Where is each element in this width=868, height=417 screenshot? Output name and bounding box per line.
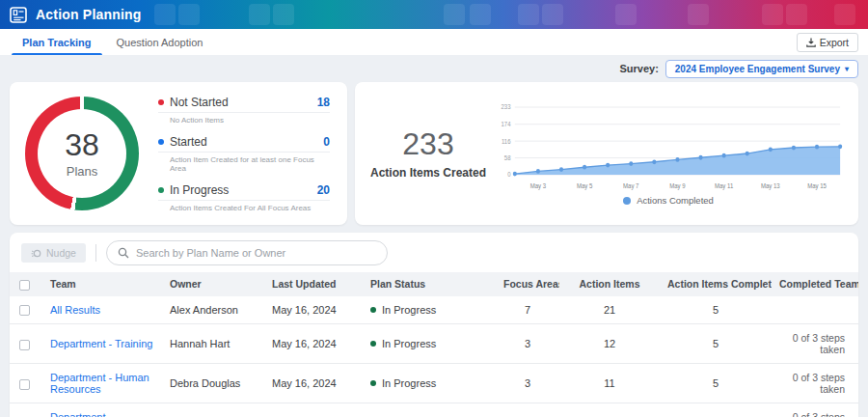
donut-center: 38 Plans <box>38 109 126 198</box>
action-items-completed-cell: 5 <box>660 296 772 324</box>
plans-count: 38 <box>65 129 99 160</box>
action-planning-icon <box>10 7 28 23</box>
svg-text:May 5: May 5 <box>577 182 593 191</box>
last-updated-cell: May 16, 2024 <box>264 324 363 364</box>
action-items-count: 233 <box>366 128 490 159</box>
legend-dot-icon <box>158 187 164 193</box>
legend-item-value: 0 <box>323 135 330 149</box>
steps-cell: 0 of 3 steps taken <box>772 364 858 403</box>
col-action-items-completed: Action Items Completed <box>660 272 772 296</box>
search-icon <box>118 247 129 259</box>
export-button-label: Export <box>820 37 849 48</box>
team-link[interactable]: All Results <box>50 304 100 316</box>
status-label: In Progress <box>382 377 436 389</box>
plans-status-card: 38 Plans Not Started18No Action ItemsSta… <box>10 82 347 225</box>
legend-item-sublabel: No Action Items <box>158 116 330 125</box>
table-row: Department - Executives/Directors Roger … <box>10 403 858 417</box>
status-label: In Progress <box>382 338 436 349</box>
col-plan-status: Plan Status <box>363 272 496 296</box>
app-header: Action Planning <box>0 0 868 29</box>
last-updated-cell: May 16, 2024 <box>264 403 363 417</box>
actions-chart-svg: 058116174233May 3May 5May 7May 9May 11Ma… <box>490 101 847 194</box>
svg-text:116: 116 <box>502 137 511 145</box>
tab-bar: Plan Tracking Question Adoption Export <box>0 29 868 55</box>
legend-item-value: 20 <box>317 183 330 197</box>
chart-legend: Actions Completed <box>490 195 847 206</box>
plans-count-label: Plans <box>67 164 98 179</box>
survey-label: Survey: <box>619 63 658 74</box>
page-title: Action Planning <box>36 7 142 22</box>
last-updated-cell: May 16, 2024 <box>264 364 363 403</box>
svg-text:233: 233 <box>501 103 510 111</box>
steps-cell: 0 of 3 steps taken <box>772 324 858 364</box>
download-icon <box>806 38 816 47</box>
select-all-checkbox[interactable] <box>19 280 30 291</box>
survey-dropdown[interactable]: 2024 Employee Engagement Survey ▾ <box>665 60 858 78</box>
legend-item-label: Not Started <box>170 96 229 109</box>
status-dot-icon <box>370 307 376 313</box>
svg-text:58: 58 <box>504 154 511 162</box>
toolbar-divider <box>95 244 96 262</box>
plan-status-cell: In Progress <box>363 324 496 364</box>
svg-text:May 15: May 15 <box>807 182 827 191</box>
plans-table-panel: Nudge Team Owner Last Updated Plan <box>10 233 858 417</box>
action-items-completed-cell: 5 <box>660 403 772 417</box>
export-button[interactable]: Export <box>797 33 858 52</box>
svg-text:May 7: May 7 <box>623 182 639 191</box>
action-items-cell: 12 <box>559 403 660 417</box>
action-items-headline: 233 Action Items Created <box>366 128 490 180</box>
summary-cards: 38 Plans Not Started18No Action ItemsSta… <box>0 82 868 225</box>
tab-plan-tracking[interactable]: Plan Tracking <box>10 29 104 55</box>
svg-text:May 11: May 11 <box>715 182 734 191</box>
legend-item-label: In Progress <box>170 183 229 197</box>
legend-dot-icon <box>158 99 164 105</box>
plans-donut-chart: 38 Plans <box>25 97 139 210</box>
legend-item-value: 18 <box>317 96 330 109</box>
col-last-updated: Last Updated <box>264 272 363 296</box>
action-items-card: 233 Action Items Created 058116174233May… <box>355 82 858 225</box>
plan-status-cell: In Progress <box>363 403 496 417</box>
action-items-completed-cell: 5 <box>660 324 772 364</box>
svg-text:0: 0 <box>507 171 511 179</box>
team-link[interactable]: Department - Human Resources <box>50 372 149 395</box>
owner-cell: Roger Richardson <box>162 403 264 417</box>
row-checkbox[interactable] <box>19 305 30 316</box>
tab-question-adoption[interactable]: Question Adoption <box>104 29 216 55</box>
focus-areas-cell: 3 <box>496 364 559 403</box>
donut-legend: Not Started18No Action ItemsStarted0Acti… <box>158 96 330 212</box>
owner-cell: Alex Anderson <box>162 296 264 324</box>
action-items-count-label: Action Items Created <box>366 166 490 180</box>
row-checkbox[interactable] <box>19 340 30 350</box>
table-row: Department - Human Resources Debra Dougl… <box>10 364 858 403</box>
col-owner: Owner <box>162 272 264 296</box>
owner-cell: Hannah Hart <box>162 324 264 364</box>
plan-status-cell: In Progress <box>363 364 496 403</box>
col-action-items: Action Items <box>559 272 660 296</box>
legend-item-sublabel: Action Items Created For All Focus Areas <box>158 204 330 212</box>
actions-completed-chart: 058116174233May 3May 5May 7May 9May 11Ma… <box>490 101 847 206</box>
svg-text:May 9: May 9 <box>669 182 686 191</box>
nudge-button-label: Nudge <box>46 247 76 259</box>
donut-legend-item: Not Started18No Action Items <box>158 96 330 125</box>
focus-areas-cell: 3 <box>496 324 559 364</box>
legend-dot-icon <box>623 197 631 205</box>
search-input[interactable] <box>136 247 376 259</box>
donut-legend-item: In Progress20Action Items Created For Al… <box>158 183 330 212</box>
action-items-cell: 21 <box>559 296 660 324</box>
owner-cell: Debra Douglas <box>162 364 264 403</box>
row-checkbox[interactable] <box>19 379 30 390</box>
table-row: Department - Training Hannah Hart May 16… <box>10 324 858 364</box>
steps-cell <box>772 296 858 324</box>
last-updated-cell: May 16, 2024 <box>264 296 363 324</box>
team-link[interactable]: Department - Executives/Directors <box>50 411 147 417</box>
col-focus-areas: Focus Areas <box>496 272 559 296</box>
col-team: Team <box>42 272 162 296</box>
action-items-cell: 11 <box>559 364 660 403</box>
nudge-button[interactable]: Nudge <box>21 243 86 263</box>
svg-text:May 3: May 3 <box>530 182 547 191</box>
chevron-down-icon: ▾ <box>845 65 849 73</box>
team-link[interactable]: Department - Training <box>50 338 152 349</box>
action-items-cell: 12 <box>559 324 660 364</box>
action-items-completed-cell: 5 <box>660 364 772 403</box>
survey-dropdown-value: 2024 Employee Engagement Survey <box>675 64 840 74</box>
